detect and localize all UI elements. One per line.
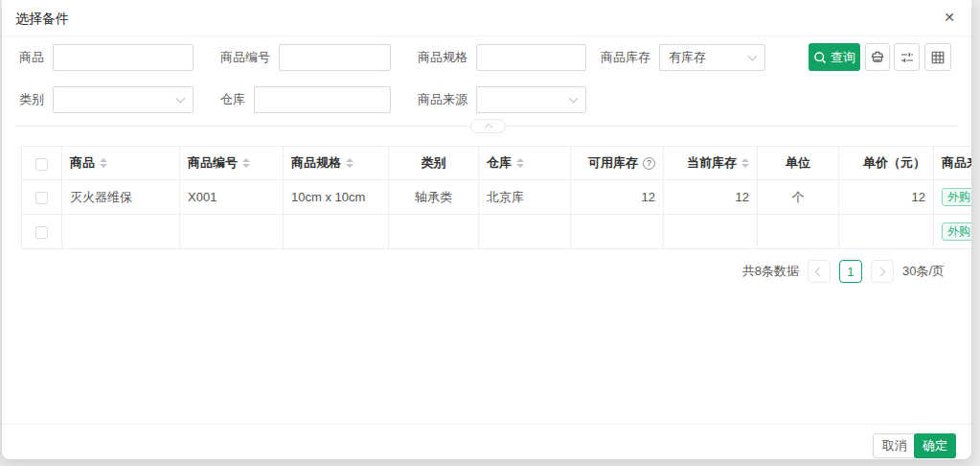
cell-available-stock <box>571 215 664 249</box>
search-button-label: 查询 <box>831 49 855 66</box>
cell-unit-price <box>839 215 934 249</box>
source-badge: 外购 <box>942 188 971 206</box>
stock-label: 商品库存 <box>601 49 650 66</box>
pagination-total: 共8条数据 <box>742 263 799 280</box>
collapse-filter-toggle[interactable] <box>470 119 506 133</box>
filter-spec: 商品规格 <box>418 44 586 71</box>
spare-parts-table: 商品 商品编号 商品规格 类别 仓库 可用库存? 当前库存 单位 单价（元） 商… <box>21 146 971 249</box>
chevron-down-icon <box>569 94 579 104</box>
sort-icon <box>346 158 353 168</box>
cell-spec <box>284 215 389 249</box>
filter-category: 类别 <box>19 86 194 113</box>
dialog-footer: 取消 确定 <box>2 424 971 459</box>
stock-select[interactable]: 有库存 <box>659 44 765 71</box>
filter-code: 商品编号 <box>220 44 391 71</box>
dialog-title: 选择备件 <box>15 11 69 28</box>
dialog-header: 选择备件 ✕ <box>2 0 971 36</box>
spec-label: 商品规格 <box>418 49 467 66</box>
col-code[interactable]: 商品编号 <box>180 147 284 180</box>
filter-sliders-icon <box>900 50 915 65</box>
filter-source: 商品来源 <box>418 86 586 113</box>
sort-icon <box>242 158 250 168</box>
close-icon[interactable]: ✕ <box>940 8 959 27</box>
product-input[interactable] <box>53 44 194 71</box>
category-select[interactable] <box>53 86 194 113</box>
code-label: 商品编号 <box>220 49 270 66</box>
chevron-down-icon <box>748 52 758 61</box>
table-header-row: 商品 商品编号 商品规格 类别 仓库 可用库存? 当前库存 单位 单价（元） 商… <box>22 147 972 180</box>
cell-code <box>180 215 284 249</box>
column-grid-icon <box>930 50 946 65</box>
cell-current-stock: 12 <box>664 180 758 215</box>
category-label: 类别 <box>19 91 44 108</box>
col-source: 商品来源 <box>934 147 972 180</box>
cell-product <box>62 215 180 249</box>
search-icon <box>813 51 827 64</box>
cell-product: 灭火器维保 <box>62 180 180 215</box>
sort-icon <box>741 158 749 168</box>
warehouse-label: 仓库 <box>220 91 245 108</box>
column-settings-button[interactable] <box>924 43 951 71</box>
filter-stock: 商品库存 有库存 <box>601 44 765 71</box>
col-category: 类别 <box>389 147 479 180</box>
select-spare-parts-dialog: 选择备件 ✕ 商品 商品编号 商品规格 商品库存 有库存 类别 仓库 商品来源 <box>2 0 971 459</box>
chevron-up-icon <box>484 124 491 131</box>
cell-unit <box>758 215 839 249</box>
clear-brush-icon <box>870 50 885 65</box>
select-all-checkbox[interactable] <box>35 158 48 171</box>
cell-spec: 10cm x 10cm <box>284 180 389 215</box>
row-checkbox[interactable] <box>35 226 48 239</box>
current-page-button[interactable]: 1 <box>839 260 862 283</box>
cell-warehouse <box>479 215 571 249</box>
cell-code: X001 <box>180 180 284 215</box>
table-row[interactable]: 灭火器维保 X001 10cm x 10cm 轴承类 北京库 12 12 个 1… <box>22 180 972 215</box>
cell-category <box>389 215 479 249</box>
code-input[interactable] <box>279 44 391 71</box>
filter-warehouse: 仓库 <box>220 86 391 113</box>
chevron-down-icon <box>176 94 186 104</box>
col-unit: 单位 <box>758 147 839 180</box>
table-row[interactable]: 外购 <box>22 215 972 249</box>
source-label: 商品来源 <box>418 91 467 108</box>
col-spec[interactable]: 商品规格 <box>284 147 389 180</box>
cell-unit-price: 12 <box>839 180 934 215</box>
col-current-stock[interactable]: 当前库存 <box>664 147 758 180</box>
sort-icon <box>100 158 107 168</box>
search-button[interactable]: 查询 <box>809 43 860 71</box>
cell-category: 轴承类 <box>389 180 479 215</box>
prev-page-button[interactable] <box>808 260 831 283</box>
row-checkbox[interactable] <box>35 192 48 204</box>
next-page-button[interactable] <box>871 260 894 283</box>
col-available-stock: 可用库存? <box>571 147 664 180</box>
chevron-left-icon <box>815 267 825 276</box>
confirm-button[interactable]: 确定 <box>914 433 956 458</box>
filter-product: 商品 <box>19 44 194 71</box>
col-unit-price: 单价（元） <box>839 147 934 180</box>
source-badge: 外购 <box>942 222 971 241</box>
cell-current-stock <box>664 215 758 249</box>
cancel-button[interactable]: 取消 <box>873 433 917 458</box>
col-product[interactable]: 商品 <box>62 147 180 180</box>
cell-unit: 个 <box>758 180 839 215</box>
pagination: 共8条数据 1 30条/页 <box>742 260 945 283</box>
product-label: 商品 <box>19 49 44 66</box>
filter-settings-button[interactable] <box>894 43 920 71</box>
chevron-right-icon <box>877 267 886 276</box>
warehouse-input[interactable] <box>254 86 391 113</box>
cell-warehouse: 北京库 <box>479 180 571 215</box>
cell-available-stock: 12 <box>571 180 664 215</box>
page-size-label: 30条/页 <box>902 263 945 280</box>
spec-input[interactable] <box>476 44 586 71</box>
source-select[interactable] <box>476 86 586 113</box>
sort-icon <box>516 158 524 168</box>
help-icon[interactable]: ? <box>643 157 655 170</box>
stock-select-value: 有库存 <box>669 49 706 66</box>
col-warehouse[interactable]: 仓库 <box>479 147 571 180</box>
clear-button[interactable] <box>865 43 890 71</box>
